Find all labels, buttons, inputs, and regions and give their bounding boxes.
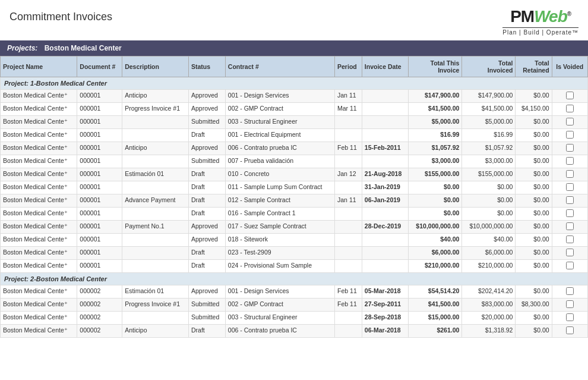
- cell-status: Submitted: [188, 299, 225, 312]
- cell-project-name: Boston Medical Cente⁺: [1, 116, 77, 129]
- cell-period: [335, 247, 362, 260]
- is-voided-checkbox[interactable]: [566, 196, 574, 204]
- col-total-this-invoice: Total ThisInvoice: [409, 56, 462, 77]
- is-voided-checkbox[interactable]: [566, 92, 574, 99]
- cell-invoice-date: [362, 116, 408, 129]
- cell-total-retained: $0.00: [516, 155, 552, 168]
- cell-is-voided[interactable]: [552, 247, 587, 260]
- cell-status: Draft: [188, 208, 225, 221]
- cell-invoice-date: [362, 129, 408, 142]
- is-voided-checkbox[interactable]: [566, 118, 574, 125]
- table-row: Boston Medical Cente⁺000001Submitted003 …: [1, 116, 588, 129]
- cell-is-voided[interactable]: [552, 234, 587, 247]
- cell-project-name: Boston Medical Cente⁺: [1, 181, 77, 194]
- table-row: Boston Medical Cente⁺000001Draft024 - Pr…: [1, 260, 588, 273]
- cell-is-voided[interactable]: [552, 194, 587, 208]
- cell-is-voided[interactable]: [552, 155, 587, 168]
- is-voided-checkbox[interactable]: [566, 313, 574, 321]
- cell-total-retained: $0.00: [516, 129, 552, 142]
- is-voided-checkbox[interactable]: [566, 144, 574, 152]
- is-voided-checkbox[interactable]: [566, 209, 574, 217]
- cell-document: 000001: [77, 116, 122, 129]
- cell-project-name: Boston Medical Cente⁺: [1, 194, 77, 208]
- col-invoice-date: Invoice Date: [362, 56, 408, 77]
- table-row: Boston Medical Cente⁺000002AnticipoDraft…: [1, 325, 588, 338]
- cell-document: 000001: [77, 168, 122, 181]
- cell-status: Submitted: [188, 312, 225, 325]
- cell-total-invoiced: $1,318.92: [462, 325, 516, 338]
- is-voided-checkbox[interactable]: [566, 262, 574, 269]
- cell-is-voided[interactable]: [552, 299, 587, 312]
- cell-total-retained: $4,150.00: [516, 103, 552, 116]
- cell-contract: 001 - Design Services: [225, 90, 334, 103]
- is-voided-checkbox[interactable]: [566, 157, 574, 165]
- cell-total-this-invoice: $16.99: [409, 129, 462, 142]
- table-row: Boston Medical Cente⁺000001Draft011 - Sa…: [1, 181, 588, 194]
- is-voided-checkbox[interactable]: [566, 287, 574, 295]
- cell-contract: 007 - Prueba validación: [225, 155, 334, 168]
- cell-is-voided[interactable]: [552, 312, 587, 325]
- cell-project-name: Boston Medical Cente⁺: [1, 142, 77, 155]
- invoices-table: Project Name Document # Description Stat…: [0, 56, 588, 338]
- is-voided-checkbox[interactable]: [566, 105, 574, 112]
- logo-text: PMWeb®: [510, 7, 571, 26]
- cell-period: Jan 12: [335, 168, 362, 181]
- cell-total-invoiced: $202,414.20: [462, 285, 516, 299]
- is-voided-checkbox[interactable]: [566, 300, 574, 308]
- cell-document: 000001: [77, 155, 122, 168]
- is-voided-checkbox[interactable]: [566, 326, 574, 334]
- cell-description: Anticipo: [122, 142, 189, 155]
- cell-description: [122, 116, 189, 129]
- cell-period: [335, 260, 362, 273]
- cell-invoice-date: 28-Dec-2019: [362, 221, 408, 234]
- cell-period: Feb 11: [335, 285, 362, 299]
- is-voided-checkbox[interactable]: [566, 131, 574, 139]
- is-voided-checkbox[interactable]: [566, 235, 574, 243]
- cell-period: [335, 325, 362, 338]
- cell-invoice-date: [362, 234, 408, 247]
- table-header-row: Project Name Document # Description Stat…: [1, 56, 588, 77]
- is-voided-checkbox[interactable]: [566, 249, 574, 256]
- cell-total-retained: $0.00: [516, 116, 552, 129]
- cell-project-name: Boston Medical Cente⁺: [1, 260, 77, 273]
- cell-is-voided[interactable]: [552, 285, 587, 299]
- cell-total-invoiced: $0.00: [462, 208, 516, 221]
- is-voided-checkbox[interactable]: [566, 170, 574, 178]
- col-status: Status: [188, 56, 225, 77]
- is-voided-checkbox[interactable]: [566, 222, 574, 230]
- cell-is-voided[interactable]: [552, 116, 587, 129]
- cell-invoice-date: 31-Jan-2019: [362, 181, 408, 194]
- cell-total-retained: $0.00: [516, 208, 552, 221]
- cell-is-voided[interactable]: [552, 129, 587, 142]
- cell-total-this-invoice: $10,000,000.00: [409, 221, 462, 234]
- cell-period: [335, 208, 362, 221]
- cell-contract: 002 - GMP Contract: [225, 103, 334, 116]
- table-row: Boston Medical Cente⁺000001Submitted007 …: [1, 155, 588, 168]
- cell-description: Estimación 01: [122, 285, 189, 299]
- cell-period: Jan 11: [335, 90, 362, 103]
- cell-status: Draft: [188, 325, 225, 338]
- table-row: Boston Medical Cente⁺000001Advance Payme…: [1, 194, 588, 208]
- cell-status: Approved: [188, 142, 225, 155]
- cell-is-voided[interactable]: [552, 221, 587, 234]
- cell-is-voided[interactable]: [552, 103, 587, 116]
- cell-total-invoiced: $147,900.00: [462, 90, 516, 103]
- cell-period: [335, 234, 362, 247]
- cell-description: [122, 129, 189, 142]
- cell-is-voided[interactable]: [552, 260, 587, 273]
- cell-invoice-date: [362, 208, 408, 221]
- cell-total-invoiced: $41,500.00: [462, 103, 516, 116]
- cell-project-name: Boston Medical Cente⁺: [1, 208, 77, 221]
- filter-bar: Projects: Boston Medical Center: [0, 40, 588, 56]
- logo-pm: PM: [510, 7, 534, 26]
- cell-description: Payment No.1: [122, 221, 189, 234]
- cell-is-voided[interactable]: [552, 142, 587, 155]
- is-voided-checkbox[interactable]: [566, 183, 574, 191]
- cell-description: [122, 155, 189, 168]
- cell-is-voided[interactable]: [552, 168, 587, 181]
- cell-is-voided[interactable]: [552, 90, 587, 103]
- cell-is-voided[interactable]: [552, 208, 587, 221]
- cell-period: [335, 221, 362, 234]
- cell-is-voided[interactable]: [552, 325, 587, 338]
- cell-is-voided[interactable]: [552, 181, 587, 194]
